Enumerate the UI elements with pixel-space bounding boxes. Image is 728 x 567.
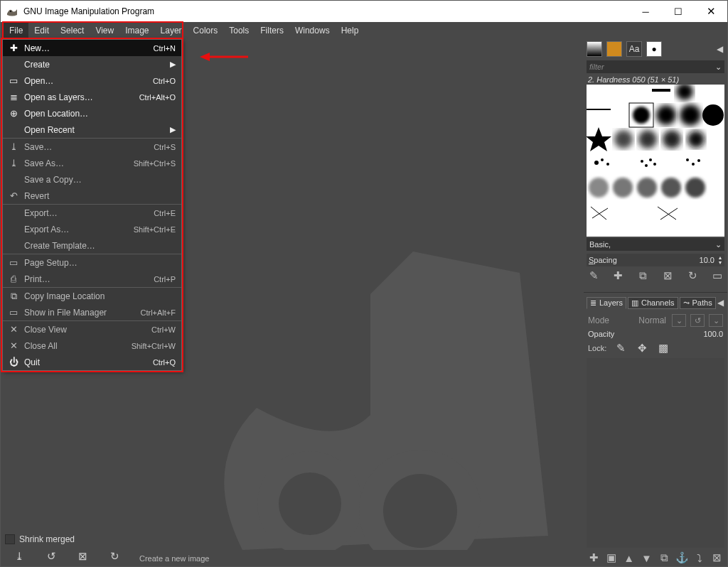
menu-item-icon: ⤓ [7, 141, 20, 152]
lock-alpha-icon[interactable]: ▩ [656, 341, 670, 355]
tab-gradients-icon[interactable] [587, 41, 602, 57]
menu-item-label: Save… [24, 142, 154, 152]
menu-item-quit[interactable]: ⏻QuitCtrl+Q [3, 354, 181, 370]
undo-icon[interactable]: ↺ [44, 549, 58, 563]
menu-item-close-view: ✕Close ViewCtrl+W [3, 321, 181, 338]
mode-dropdown[interactable]: ⌄ [672, 314, 686, 327]
download-icon[interactable]: ⤓ [12, 549, 26, 563]
menu-item-save-a-copy: Save a Copy… [3, 171, 181, 188]
svg-marker-13 [587, 127, 611, 151]
menu-layer[interactable]: Layer [155, 22, 188, 39]
menu-item-new[interactable]: ✚New…Ctrl+N [3, 40, 181, 56]
mode-more-icon[interactable]: ⌄ [709, 314, 723, 327]
menu-windows[interactable]: Windows [289, 22, 336, 39]
menu-item-label: Export… [24, 208, 154, 218]
tab-paths[interactable]: ⤳ Paths [680, 297, 716, 309]
edit-brush-icon[interactable]: ✎ [587, 269, 601, 283]
svg-marker-38 [200, 53, 210, 61]
menu-item-open-as-layers[interactable]: ≣Open as Layers…Ctrl+Alt+O [3, 89, 181, 105]
menu-item-save-as: ⤓Save As…Shift+Ctrl+S [3, 155, 181, 171]
svg-point-2 [279, 472, 341, 535]
brush-buttons: ✎ ✚ ⧉ ⊠ ↻ ▭ [584, 268, 727, 284]
menu-edit[interactable]: Edit [28, 22, 55, 39]
menu-tools[interactable]: Tools [223, 22, 255, 39]
svg-point-23 [649, 158, 652, 161]
app-icon [5, 4, 19, 18]
new-layer-icon[interactable]: ✚ [587, 551, 601, 565]
brush-grid[interactable] [587, 85, 724, 237]
opacity-row[interactable]: Opacity 100.0 [584, 328, 727, 340]
menu-item-create[interactable]: Create▶ [3, 56, 181, 72]
menu-item-shortcut: Ctrl+Alt+F [140, 308, 176, 317]
redo-icon[interactable]: ↻ [108, 549, 122, 563]
annotation-arrow [200, 50, 250, 64]
duplicate-brush-icon[interactable]: ⧉ [636, 269, 651, 283]
delete-layer-icon[interactable]: ⊠ [710, 551, 724, 565]
preset-selector[interactable]: Basic, ⌄ [587, 238, 724, 251]
menu-item-shortcut: Ctrl+Alt+O [139, 93, 176, 102]
tab-channels[interactable]: ▥ Channels [628, 297, 678, 309]
menu-item-icon: ⎙ [7, 274, 20, 284]
refresh-brush-icon[interactable]: ↻ [685, 269, 700, 283]
menu-item-label: Copy Image Location [24, 291, 176, 301]
menu-help[interactable]: Help [336, 22, 365, 39]
menu-item-copy-image-location: ⧉Copy Image Location [3, 288, 181, 304]
menu-item-label: Show in File Manager [24, 308, 140, 318]
spacing-field[interactable]: Spacing 10.0 ▲▼ [587, 254, 724, 266]
layers-list[interactable] [587, 358, 724, 548]
tab-fonts-icon[interactable]: Aa [626, 41, 642, 57]
tab-patterns-icon[interactable] [606, 41, 622, 57]
menu-image[interactable]: Image [119, 22, 154, 39]
tab-layers[interactable]: ≣ Layers [587, 297, 626, 309]
menu-filters[interactable]: Filters [255, 22, 289, 39]
open-brush-icon[interactable]: ▭ [710, 269, 724, 283]
mode-label: Mode [588, 315, 609, 325]
lock-paint-icon[interactable]: ✎ [614, 341, 628, 355]
menu-item-label: Export As… [24, 225, 134, 234]
detach-icon[interactable]: ◀ [714, 44, 724, 54]
menu-item-open-recent[interactable]: Open Recent▶ [3, 122, 181, 138]
delete-icon[interactable]: ⊠ [76, 549, 90, 563]
svg-point-16 [663, 130, 681, 148]
brush-filter-input[interactable]: filter ⌄ [587, 60, 724, 73]
menu-colors[interactable]: Colors [188, 22, 224, 39]
menu-item-label: Open… [24, 76, 153, 86]
spacing-spinner[interactable]: ▲▼ [716, 255, 724, 265]
maximize-button[interactable]: ☐ [662, 1, 695, 22]
duplicate-layer-icon[interactable]: ⧉ [657, 551, 671, 565]
svg-point-28 [589, 178, 609, 198]
svg-point-4 [383, 474, 457, 548]
menu-item-open[interactable]: ▭Open…Ctrl+O [3, 72, 181, 89]
svg-point-30 [637, 178, 657, 198]
tab-brushes-icon[interactable]: ● [646, 41, 662, 57]
mode-value: Normal [614, 315, 668, 325]
menu-file[interactable]: File [4, 22, 28, 39]
detach-icon[interactable]: ◀ [717, 298, 724, 308]
menu-view[interactable]: View [90, 22, 119, 39]
menu-item-label: Open Recent [24, 125, 170, 135]
minimize-button[interactable]: ─ [629, 1, 662, 22]
layer-group-icon[interactable]: ▣ [604, 551, 619, 565]
canvas[interactable] [134, 39, 584, 550]
window-title: GNU Image Manipulation Program [23, 6, 629, 16]
layers-buttons: ✚ ▣ ▲ ▼ ⧉ ⚓ ⤵ ⊠ [584, 549, 727, 566]
lock-move-icon[interactable]: ✥ [635, 341, 649, 355]
menu-item-open-location[interactable]: ⊕Open Location… [3, 105, 181, 122]
close-button[interactable]: ✕ [695, 1, 727, 22]
brushes-panel-tabs: Aa ● ◀ [584, 39, 727, 59]
layer-up-icon[interactable]: ▲ [622, 551, 636, 565]
shrink-merged-checkbox[interactable] [5, 534, 15, 544]
shrink-merged-label: Shrink merged [19, 534, 75, 544]
delete-brush-icon[interactable]: ⊠ [660, 269, 675, 283]
new-brush-icon[interactable]: ✚ [611, 269, 626, 283]
menu-item-icon: ✕ [7, 324, 20, 335]
menu-select[interactable]: Select [55, 22, 90, 39]
layer-down-icon[interactable]: ▼ [640, 551, 654, 565]
svg-point-12 [702, 104, 724, 126]
menu-item-label: Create Template… [24, 241, 176, 251]
status-bar: Create a new image [134, 550, 584, 566]
svg-point-10 [656, 105, 676, 125]
mode-reset-icon[interactable]: ↺ [690, 314, 705, 327]
merge-layer-icon[interactable]: ⤵ [692, 551, 707, 565]
anchor-layer-icon[interactable]: ⚓ [675, 551, 689, 565]
